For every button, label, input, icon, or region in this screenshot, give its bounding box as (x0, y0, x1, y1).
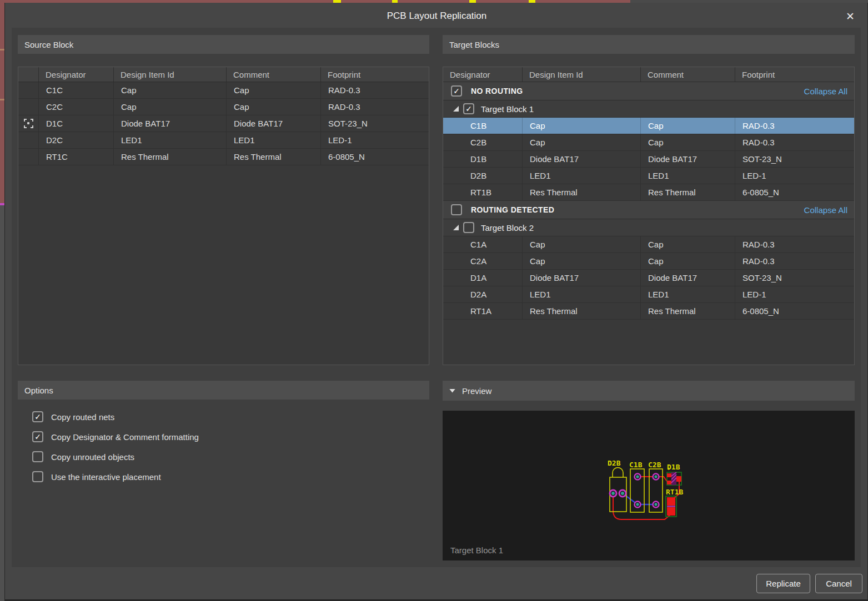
cancel-button[interactable]: Cancel (815, 574, 862, 593)
pcb-pad-hole (636, 475, 639, 478)
source-table-row[interactable]: D1C Diode BAT17 Diode BAT17 SOT-23_N (18, 115, 429, 132)
target-table-row[interactable]: D2A LED1 LED1 LED-1 (443, 286, 854, 303)
target-block-row[interactable]: Target Block 1 (443, 100, 854, 118)
background-strip (0, 0, 4, 203)
target-blocks-header: Target Blocks (443, 35, 855, 54)
collapse-all-link[interactable]: Collapse All (804, 205, 847, 215)
source-table-body: C1C Cap Cap RAD-0.3 C2C Cap Cap RAD-0.3 … (18, 82, 429, 165)
target-table-row[interactable]: RT1A Res Thermal Res Thermal 6-0805_N (443, 303, 854, 320)
source-table-row[interactable]: D2C LED1 LED1 LED-1 (18, 132, 429, 149)
pcb-pad-hole (636, 503, 639, 506)
background-trace (0, 49, 4, 50)
cell-design-item-id: Cap (522, 253, 640, 269)
source-table-row[interactable]: C1C Cap Cap RAD-0.3 (18, 82, 429, 99)
background-trace (0, 203, 4, 205)
option-checkbox[interactable] (32, 431, 43, 442)
pcb-pad-hole (621, 492, 624, 495)
cell-comment: LED1 (226, 132, 320, 148)
cell-comment: Cap (640, 236, 735, 252)
pcb-label-d1b: D1B (667, 463, 680, 471)
collapse-preview-icon[interactable] (449, 389, 455, 393)
cell-designator: C1A (443, 236, 522, 252)
pcb-pad-smd (667, 473, 671, 477)
option-checkbox[interactable] (32, 451, 43, 462)
block-label: Target Block 2 (481, 223, 534, 233)
expander-icon[interactable] (453, 106, 459, 112)
target-table-row[interactable]: RT1B Res Thermal Res Thermal 6-0805_N (443, 184, 854, 201)
cell-design-item-id: Cap (113, 82, 226, 98)
target-blocks-table: Designator Design Item Id Comment Footpr… (443, 67, 855, 365)
pcb-preview-graphic: D2B C1B C2B D1B RT1B (443, 411, 855, 560)
pcb-pad-hole (654, 475, 657, 478)
cell-footprint: RAD-0.3 (735, 236, 854, 252)
pcb-pad-smd (667, 497, 675, 506)
group-checkbox[interactable] (451, 85, 462, 97)
cell-designator: D2B (443, 168, 522, 184)
preview-canvas: D2B C1B C2B D1B RT1B Target Block 1 (443, 411, 855, 560)
preview-header[interactable]: Preview (443, 381, 855, 401)
option-row: Copy Designator & Comment formatting (32, 431, 199, 442)
block-checkbox[interactable] (463, 222, 474, 233)
group-label: ROUTING DETECTED (471, 205, 554, 214)
option-row: Copy unrouted objects (32, 451, 134, 462)
close-icon[interactable]: ✕ (839, 7, 861, 25)
replicate-button[interactable]: Replicate (756, 574, 810, 593)
option-checkbox[interactable] (32, 411, 43, 422)
cell-design-item-id: Diode BAT17 (113, 115, 226, 132)
group-checkbox[interactable] (451, 204, 462, 215)
column-header-designator: Designator (443, 67, 522, 82)
cell-design-item-id: Res Thermal (522, 184, 640, 200)
cell-design-item-id: Cap (113, 99, 226, 115)
cell-comment: Res Thermal (640, 303, 735, 319)
column-header-designator: Designator (38, 67, 113, 82)
target-block-row[interactable]: Target Block 2 (443, 219, 854, 236)
pcb-pad-smd (667, 507, 675, 516)
source-block-header: Source Block (18, 35, 429, 54)
group-label: NO ROUTING (471, 87, 523, 95)
source-table-row[interactable]: C2C Cap Cap RAD-0.3 (18, 99, 429, 115)
option-checkbox[interactable] (32, 471, 43, 482)
block-checkbox[interactable] (463, 103, 474, 114)
target-table-row[interactable]: D1A Diode BAT17 Diode BAT17 SOT-23_N (443, 270, 854, 286)
background-trace (0, 99, 4, 100)
expander-icon[interactable] (453, 225, 459, 230)
cell-design-item-id: LED1 (522, 168, 640, 184)
option-row: Copy routed nets (32, 411, 114, 422)
cell-footprint: RAD-0.3 (320, 82, 429, 98)
cell-design-item-id: LED1 (522, 286, 640, 302)
cell-comment: Diode BAT17 (640, 270, 735, 286)
preview-title: Preview (462, 386, 491, 396)
target-table-header: Designator Design Item Id Comment Footpr… (443, 67, 854, 82)
cell-comment: Cap (226, 82, 320, 98)
cell-designator: C1C (38, 82, 113, 98)
pcb-d2b-dome (613, 468, 623, 478)
target-blocks-title: Target Blocks (449, 40, 499, 49)
cell-footprint: RAD-0.3 (735, 118, 854, 134)
cell-design-item-id: Diode BAT17 (522, 151, 640, 167)
cell-comment: Diode BAT17 (226, 115, 320, 132)
target-group-row: ROUTING DETECTED Collapse All (443, 201, 854, 219)
target-table-row[interactable]: D2B LED1 LED1 LED-1 (443, 168, 854, 184)
cell-footprint: RAD-0.3 (735, 253, 854, 269)
pcb-pad-hole (654, 503, 657, 506)
pcb-label-rt1b: RT1B (666, 488, 683, 496)
target-table-row[interactable]: C2B Cap Cap RAD-0.3 (443, 134, 854, 151)
pcb-pad-smd (676, 476, 681, 482)
cell-comment: Res Thermal (640, 184, 735, 200)
cell-designator: D1B (443, 151, 522, 167)
source-table-row[interactable]: RT1C Res Thermal Res Thermal 6-0805_N (18, 149, 429, 165)
option-label: Copy unrouted objects (51, 452, 134, 462)
cell-footprint: SOT-23_N (320, 115, 429, 132)
target-group-row: NO ROUTING Collapse All (443, 82, 854, 100)
column-header-comment: Comment (640, 67, 735, 82)
cell-design-item-id: Cap (522, 134, 640, 150)
target-table-row[interactable]: C1B Cap Cap RAD-0.3 (443, 118, 854, 134)
cell-footprint: 6-0805_N (735, 303, 854, 319)
target-table-row[interactable]: C1A Cap Cap RAD-0.3 (443, 236, 854, 253)
option-label: Copy routed nets (51, 412, 114, 422)
option-row: Use the interactive placement (32, 471, 161, 482)
crosshair-icon (24, 119, 33, 128)
target-table-row[interactable]: C2A Cap Cap RAD-0.3 (443, 253, 854, 270)
collapse-all-link[interactable]: Collapse All (804, 87, 847, 96)
target-table-row[interactable]: D1B Diode BAT17 Diode BAT17 SOT-23_N (443, 151, 854, 168)
